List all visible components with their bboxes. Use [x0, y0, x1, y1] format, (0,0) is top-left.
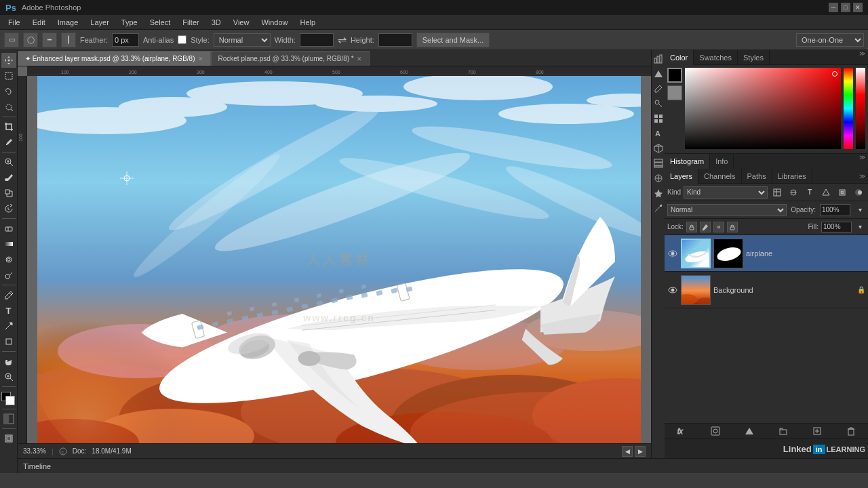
lock-all-btn[interactable]	[727, 222, 738, 232]
smartobj-filter-btn[interactable]	[835, 186, 849, 199]
tab-libraries[interactable]: Libraries	[772, 169, 812, 184]
tab-paths[interactable]: Paths	[742, 169, 772, 184]
tab-rocket-close[interactable]: ✕	[357, 56, 362, 62]
shape-filter-btn[interactable]	[819, 186, 833, 199]
canvas-content[interactable]: 100 200 300 400 500 600 700 800	[18, 66, 651, 443]
healing-strip-icon[interactable]	[652, 98, 665, 110]
tool-mode-ellipse[interactable]: ◯	[23, 33, 38, 47]
style-select[interactable]: Normal Fixed Ratio Fixed Size	[214, 33, 271, 47]
menu-file[interactable]: File	[3, 17, 26, 28]
palette-icon[interactable]	[652, 113, 665, 125]
tab-rocket[interactable]: Rocket plane.psd @ 33.3% (plume, RGB/8) …	[211, 51, 370, 66]
hue-strip[interactable]	[844, 68, 853, 149]
menu-view[interactable]: View	[228, 17, 255, 28]
menu-edit[interactable]: Edit	[27, 17, 51, 28]
feather-input[interactable]	[112, 33, 139, 47]
tab-swatches[interactable]: Swatches	[694, 50, 738, 65]
kind-select[interactable]: Kind	[684, 186, 768, 199]
shape-tool[interactable]	[1, 334, 16, 349]
canvas-viewport[interactable]: 人人素材 www.rrcg.cn	[27, 76, 651, 443]
fill-dropdown[interactable]: ▾	[854, 222, 865, 232]
foreground-swatch[interactable]	[667, 68, 682, 83]
3d-icon[interactable]	[652, 142, 665, 155]
minimize-button[interactable]: ─	[829, 3, 838, 12]
blur-tool[interactable]	[1, 252, 16, 267]
brush-tool[interactable]	[1, 170, 16, 185]
healing-tool[interactable]	[1, 155, 16, 169]
toggle-filter-btn[interactable]	[852, 186, 865, 199]
tab-layers[interactable]: Layers	[665, 169, 698, 184]
lock-position-btn[interactable]	[713, 222, 724, 232]
tab-styles[interactable]: Styles	[738, 50, 770, 65]
quick-mask-tool[interactable]	[1, 411, 16, 426]
lock-pixels-btn[interactable]	[686, 222, 697, 232]
swap-icon[interactable]: ⇌	[338, 33, 347, 46]
tool-mode-single-row[interactable]: ━	[42, 33, 57, 47]
type-tool[interactable]: T	[1, 303, 16, 318]
brush-icon[interactable]	[652, 83, 665, 95]
layers-panel-expand[interactable]: ≫	[856, 173, 868, 180]
select-mask-button[interactable]: Select and Mask...	[416, 33, 490, 47]
next-canvas-btn[interactable]: ▶	[635, 446, 646, 457]
menu-help[interactable]: Help	[295, 17, 321, 28]
layer-adjustment-btn[interactable]	[743, 424, 756, 438]
pixel-filter-btn[interactable]	[770, 186, 784, 199]
marquee-tool[interactable]	[1, 68, 16, 83]
adj-filter-btn[interactable]	[787, 186, 800, 199]
hist-panel-expand[interactable]: ≫	[856, 154, 868, 169]
tab-enhanced-close[interactable]: ✕	[198, 56, 203, 62]
fill-input[interactable]	[821, 222, 852, 232]
lock-paint-btn[interactable]	[700, 222, 711, 232]
triangle-icon[interactable]	[652, 68, 665, 80]
layer-item-background[interactable]: Background 🔒	[665, 272, 868, 308]
fg-bg-colors[interactable]	[1, 392, 16, 407]
layer-bg-visibility[interactable]	[667, 285, 678, 296]
eraser-tool[interactable]	[1, 221, 16, 236]
color-gradient[interactable]	[685, 68, 841, 149]
canvas-nav[interactable]: ◀ ▶	[622, 446, 646, 457]
tool-mode-rect[interactable]: ▭	[4, 33, 19, 47]
star-icon[interactable]	[652, 187, 665, 199]
menu-type[interactable]: Type	[116, 17, 143, 28]
screen-mode-tool[interactable]	[1, 431, 16, 446]
menu-window[interactable]: Window	[256, 17, 293, 28]
histogram-icon[interactable]	[652, 53, 665, 65]
blend-mode-select[interactable]: Normal Multiply Screen Overlay	[667, 204, 787, 216]
prev-canvas-btn[interactable]: ◀	[622, 446, 633, 457]
pen-tool[interactable]	[1, 287, 16, 302]
tab-color[interactable]: Color	[665, 50, 694, 65]
quick-select-tool[interactable]	[1, 100, 16, 115]
move-tool[interactable]	[1, 53, 16, 68]
menu-layer[interactable]: Layer	[85, 17, 115, 28]
width-input[interactable]	[300, 33, 334, 47]
layer-item-airplane[interactable]: airplane	[665, 235, 868, 272]
zoom-select[interactable]: One-on-One Fit on Screen Fill Screen	[796, 33, 864, 47]
antialias-checkbox[interactable]	[178, 35, 186, 44]
background-swatch[interactable]	[667, 85, 682, 100]
clone-tool[interactable]	[1, 186, 16, 201]
layer-group-btn[interactable]	[776, 424, 790, 438]
menu-3d[interactable]: 3D	[206, 17, 226, 28]
tab-enhanced[interactable]: ✦ Enhanced layer mask.psd @ 33.3% (airpl…	[18, 51, 211, 66]
menu-select[interactable]: Select	[144, 17, 176, 28]
path-select-tool[interactable]	[1, 319, 16, 333]
opacity-dropdown[interactable]: ▾	[854, 205, 865, 216]
adjust-icon[interactable]	[652, 172, 665, 184]
title-bar-controls[interactable]: ─ □ ✕	[829, 3, 863, 12]
history-brush-tool[interactable]	[1, 201, 16, 216]
layers-strip-icon[interactable]	[652, 157, 665, 169]
hand-tool[interactable]	[1, 354, 16, 369]
lasso-tool[interactable]	[1, 84, 16, 99]
menu-filter[interactable]: Filter	[177, 17, 204, 28]
crop-tool[interactable]	[1, 119, 16, 134]
new-layer-btn[interactable]	[810, 424, 824, 438]
zoom-tool[interactable]	[1, 369, 16, 384]
menu-image[interactable]: Image	[52, 17, 84, 28]
layer-mask-btn[interactable]	[709, 424, 722, 438]
tab-info[interactable]: Info	[710, 154, 734, 169]
tab-channels[interactable]: Channels	[698, 169, 741, 184]
saturation-strip[interactable]	[856, 68, 865, 149]
layer-airplane-visibility[interactable]	[667, 248, 678, 259]
dodge-tool[interactable]	[1, 268, 16, 283]
close-button[interactable]: ✕	[853, 3, 863, 12]
